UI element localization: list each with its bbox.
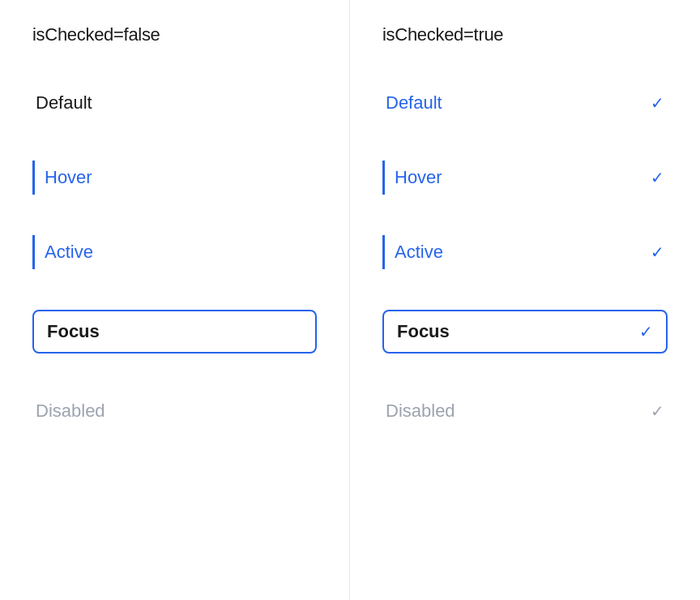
- item-disabled-false: Disabled: [32, 394, 317, 428]
- item-active-true-label: Active: [395, 242, 443, 263]
- state-row-hover-false: Hover: [32, 161, 317, 195]
- item-disabled-false-label: Disabled: [36, 401, 105, 422]
- item-default-false-label: Default: [36, 92, 92, 114]
- item-active-true[interactable]: Active ✓: [382, 235, 668, 269]
- item-focus-false-label: Focus: [47, 321, 100, 342]
- state-row-disabled-false: Disabled: [32, 394, 317, 428]
- checkmark-active-true: ✓: [651, 242, 664, 262]
- checkmark-focus-true: ✓: [639, 322, 653, 341]
- item-default-false[interactable]: Default: [32, 86, 317, 120]
- column-true: isChecked=true Default ✓ Hover ✓ Active …: [350, 0, 700, 600]
- item-hover-false-label: Hover: [45, 167, 92, 188]
- column-false: isChecked=false Default Hover Active Foc…: [0, 0, 350, 600]
- page: isChecked=false Default Hover Active Foc…: [0, 0, 700, 600]
- column-false-header: isChecked=false: [32, 24, 317, 45]
- item-disabled-true-label: Disabled: [386, 401, 455, 422]
- state-row-default-true: Default ✓: [382, 86, 668, 120]
- item-hover-true-label: Hover: [395, 167, 442, 188]
- state-row-focus-true: Focus ✓: [382, 310, 668, 354]
- state-row-active-false: Active: [32, 235, 317, 269]
- item-default-true[interactable]: Default ✓: [382, 86, 668, 120]
- item-active-false[interactable]: Active: [32, 235, 317, 269]
- item-focus-true[interactable]: Focus ✓: [382, 310, 668, 354]
- item-focus-false[interactable]: Focus: [32, 310, 317, 354]
- item-hover-false[interactable]: Hover: [32, 161, 317, 195]
- item-default-true-label: Default: [386, 92, 442, 114]
- item-hover-true[interactable]: Hover ✓: [382, 161, 668, 195]
- item-active-false-label: Active: [45, 242, 93, 263]
- checkmark-hover-true: ✓: [651, 168, 664, 187]
- state-row-active-true: Active ✓: [382, 235, 668, 269]
- state-row-disabled-true: Disabled ✓: [382, 394, 668, 428]
- item-disabled-true: Disabled ✓: [382, 394, 668, 428]
- checkmark-default-true: ✓: [651, 93, 664, 113]
- state-row-hover-true: Hover ✓: [382, 161, 668, 195]
- column-true-header: isChecked=true: [382, 24, 668, 45]
- item-focus-true-label: Focus: [397, 321, 450, 342]
- state-row-focus-false: Focus: [32, 310, 317, 354]
- state-row-default-false: Default: [32, 86, 317, 120]
- checkmark-disabled-true: ✓: [651, 401, 664, 421]
